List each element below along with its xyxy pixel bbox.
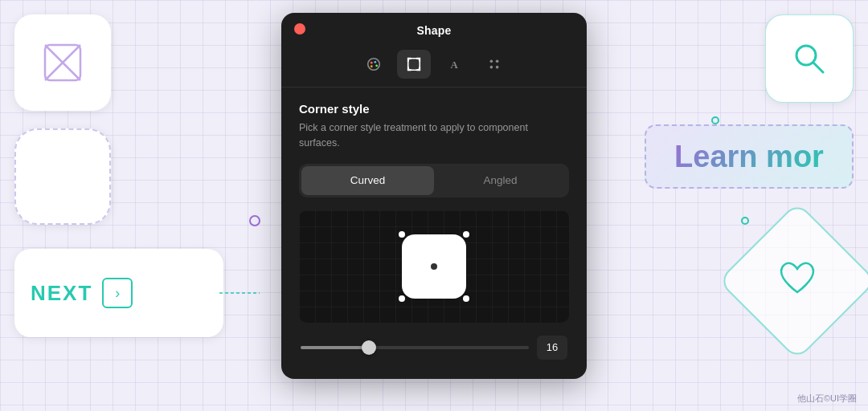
panel-title: Shape	[416, 24, 451, 37]
tab-grid[interactable]	[477, 50, 511, 79]
corner-radius-slider-row: 16	[299, 336, 569, 360]
handle-topright[interactable]	[463, 231, 469, 238]
traffic-light-red[interactable]	[294, 23, 305, 35]
handle-topleft[interactable]	[399, 231, 405, 238]
decorative-dot-purple	[249, 215, 260, 226]
next-label: NEXT	[31, 281, 92, 306]
panel-titlebar: Shape	[281, 13, 587, 45]
svg-text:A: A	[450, 59, 458, 71]
tab-shape[interactable]	[397, 50, 431, 79]
next-card: NEXT ›	[14, 249, 223, 337]
preview-center-dot	[431, 263, 437, 270]
svg-point-8	[374, 61, 376, 63]
slider-track[interactable]	[301, 346, 529, 349]
panel-content: Corner style Pick a corner style treatme…	[281, 87, 587, 360]
shape-preview-area	[299, 210, 569, 323]
heart-card	[718, 201, 868, 360]
learn-more-card: Learn mor	[645, 124, 854, 189]
next-arrow-icon: ›	[102, 278, 133, 308]
heart-icon	[775, 257, 820, 305]
svg-point-22	[496, 60, 499, 63]
preview-shape	[402, 234, 466, 299]
svg-rect-11	[408, 59, 420, 71]
toggle-angled[interactable]: Angled	[434, 166, 567, 195]
slider-value[interactable]: 16	[537, 336, 567, 360]
tab-text[interactable]: A	[437, 50, 471, 79]
svg-point-24	[496, 66, 499, 69]
tab-fill[interactable]	[357, 50, 391, 79]
svg-point-23	[490, 66, 493, 69]
icon-card-topleft	[14, 14, 111, 111]
shape-card-midleft	[14, 128, 111, 225]
svg-point-6	[368, 59, 380, 71]
svg-point-9	[375, 64, 378, 67]
handle-bottomleft[interactable]	[399, 295, 405, 302]
slider-thumb[interactable]	[362, 340, 376, 355]
slider-fill	[301, 346, 369, 349]
toggle-curved[interactable]: Curved	[301, 166, 434, 195]
svg-point-21	[490, 60, 493, 63]
corner-style-title: Corner style	[299, 102, 569, 116]
corner-style-desc: Pick a corner style treatment to apply t…	[299, 120, 569, 151]
panel-tabs: A	[281, 45, 587, 87]
shape-panel: Shape	[281, 13, 587, 379]
corner-style-toggle-group: Curved Angled	[299, 164, 569, 197]
handle-bottomright[interactable]	[463, 295, 469, 302]
learn-more-label: Learn mor	[674, 140, 824, 174]
svg-point-7	[371, 62, 373, 64]
svg-point-10	[371, 65, 373, 67]
svg-line-5	[813, 63, 823, 72]
decorative-dot-teal-1	[711, 116, 719, 124]
search-card	[765, 14, 854, 103]
decorative-dot-teal-2	[741, 217, 749, 225]
watermark: 他山石©UI学圈	[797, 393, 857, 405]
